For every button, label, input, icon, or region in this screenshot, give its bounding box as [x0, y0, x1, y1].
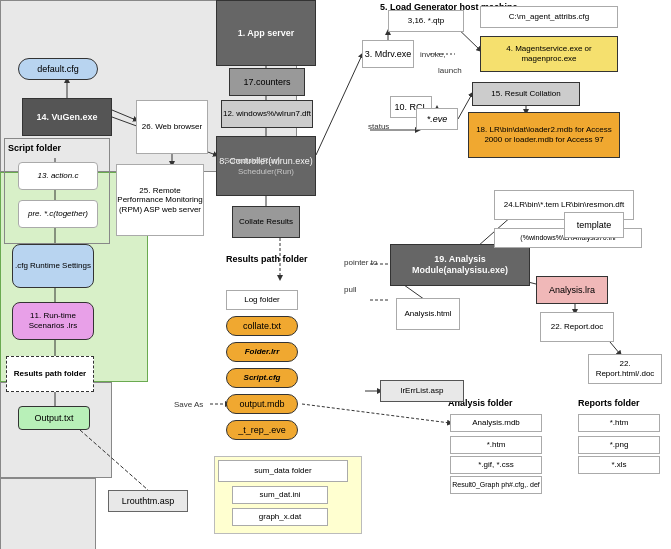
star-htm-a-label: *.htm [487, 440, 506, 450]
rep-htm-box: *.htm [578, 414, 660, 432]
star-htm-a-box: *.htm [450, 436, 542, 454]
log-folder-label: Log folder [244, 295, 280, 305]
script-cfg-label: Script.cfg [244, 373, 281, 383]
results-path-box: Results path folder [6, 356, 94, 392]
default-cfg-box: default.cfg [18, 58, 98, 80]
scheduler-label: Scheduler(Run) [224, 156, 280, 165]
controller-box: 8. Controller(wlrun.exe) Scheduler(Run) [216, 136, 316, 196]
sum-data-folder-label: sum_data folder [254, 466, 311, 476]
windows-wlrun-label: 12. windows%/wlrun7.dft [223, 109, 311, 119]
analysis-mdb-box: Analysis.mdb [450, 414, 542, 432]
collate-results-label: Collate Results [239, 217, 293, 227]
windows-wlrun-box: 12. windows%/wlrun7.dft [221, 100, 313, 128]
folder-lrr-box: Folder.lrr [226, 342, 298, 362]
results-path-label-text: Results path folder [14, 369, 86, 379]
result0-graph-box: Result0_Graph ph#.cfg,. def [450, 476, 542, 494]
svg-line-34 [302, 404, 450, 423]
magent-service-box: 4. Magentservice.exe or magenproc.exe [480, 36, 618, 72]
lrouthtm-label: Lrouthtm.asp [122, 496, 175, 507]
rep-htm-label: *.htm [610, 418, 629, 428]
lr-err-list-label: lrErrList.asp [401, 386, 444, 396]
output-txt-label: Output.txt [34, 413, 73, 424]
loader2-mdb-box: 18. LR\bin\dat\loader2.mdb for Access 20… [468, 112, 620, 158]
analysis-html-label: Analysis.html [404, 309, 451, 319]
star-eve-box: *.eve [416, 108, 458, 130]
output-mdb-label: output.mdb [239, 399, 284, 410]
web-browser-box: 26. Web browser [136, 100, 208, 154]
runtime-scenarios-label: 11. Run-time Scenarios .lrs [13, 311, 93, 330]
report-html-doc-label: 22. Report.html/.doc [589, 359, 661, 378]
script-folder-region [4, 138, 110, 244]
analysis-module-box: 19. Analysis Module(analysisu.exe) [390, 244, 530, 286]
default-cfg-label: default.cfg [37, 64, 79, 75]
diagram-container: 5. Load Generator host machine Analysis … [0, 0, 671, 549]
app-server-label: 1. App server [238, 28, 295, 39]
sum-dat-ini-box: sum_dat.ini [232, 486, 328, 504]
web-browser-label: 26. Web browser [142, 122, 202, 132]
folder-lrr-label: Folder.lrr [245, 347, 280, 357]
magent-service-label: 4. Magentservice.exe or magenproc.exe [481, 44, 617, 63]
analysis-lra-box: Analysis.lra [536, 276, 608, 304]
sum-dat-ini-label: sum_dat.ini [260, 490, 301, 500]
report-doc-label: 22. Report.doc [551, 322, 603, 332]
rep-xls-box: *.xls [578, 456, 660, 474]
mdrv-exe-box: 3. Mdrv.exe [362, 40, 414, 68]
remote-perf-box: 25. Remote Performance Monitoring (RPM) … [116, 164, 204, 236]
cfg-runtime-box: .cfg Runtime Settings [12, 244, 94, 288]
script-cfg-box: Script.cfg [226, 368, 298, 388]
reports-folder-region [0, 478, 96, 549]
rep-xls-label: *.xls [611, 460, 626, 470]
collate-txt-label: collate.txt [243, 321, 281, 332]
output-mdb-box: output.mdb [226, 394, 298, 414]
vugen-label: 14. VuGen.exe [36, 112, 97, 123]
result0-graph-label: Result0_Graph ph#.cfg,. def [452, 481, 540, 489]
collate-results-box: Collate Results [232, 206, 300, 238]
result-collation-box: 15. Result Collation [472, 82, 580, 106]
svg-line-29 [610, 342, 620, 354]
results-path-folder-label: Results path folder [226, 254, 308, 264]
collate-txt-box: collate.txt [226, 316, 298, 336]
sum-data-folder-box: sum_data folder [218, 460, 348, 482]
c-attribs-box: C:\m_agent_attribs.cfg [480, 6, 618, 28]
c-attribs-label: C:\m_agent_attribs.cfg [509, 12, 589, 22]
template-label: template [577, 220, 612, 231]
analysis-html-box: Analysis.html [396, 298, 460, 330]
three-sixteen-label: 3,16. *.qtp [408, 16, 444, 26]
save-as-label: Save As [174, 400, 203, 409]
loader2-mdb-label: 18. LR\bin\dat\loader2.mdb for Access 20… [469, 125, 619, 144]
cfg-runtime-label: .cfg Runtime Settings [15, 261, 91, 271]
pointer-to-label: pointer to [344, 258, 377, 267]
controller-sub: Scheduler(Run) [238, 167, 294, 177]
svg-line-15 [316, 55, 362, 155]
graph-x-dat-box: graph_x.dat [232, 508, 328, 526]
vugen-box: 14. VuGen.exe [22, 98, 112, 136]
gif-css-box: *.gif, *.css [450, 456, 542, 474]
output-txt-box: Output.txt [18, 406, 90, 430]
lr-err-list-box: lrErrList.asp [380, 380, 464, 402]
analysis-module-label: 19. Analysis Module(analysisu.exe) [391, 254, 529, 276]
gif-css-label: *.gif, *.css [478, 460, 514, 470]
counters-label: 17.counters [243, 77, 290, 88]
report-doc-box: 22. Report.doc [540, 312, 614, 342]
log-folder-box: Log folder [226, 290, 298, 310]
analysis-folder-region [0, 382, 112, 478]
status-label: status [368, 122, 389, 131]
app-server-box: 1. App server [216, 0, 316, 66]
lr-bin-tem-label: 24.LR\bin\*.tem LR\bin\resmon.dft [504, 200, 625, 210]
invoke-label: invoke, [420, 50, 445, 59]
template-box: template [564, 212, 624, 238]
three-sixteen-box: 3,16. *.qtp [388, 10, 464, 32]
counters-box: 17.counters [229, 68, 305, 96]
mdrv-exe-label: 3. Mdrv.exe [365, 49, 411, 60]
t-rep-eve-label: _t_rep_.eve [238, 425, 286, 436]
star-eve-label: *.eve [427, 114, 448, 125]
runtime-scenarios-box: 11. Run-time Scenarios .lrs [12, 302, 94, 340]
reports-folder-label: Reports folder [578, 398, 640, 408]
launch-label: launch [438, 66, 462, 75]
analysis-lra-label: Analysis.lra [549, 285, 595, 296]
report-html-doc-box: 22. Report.html/.doc [588, 354, 662, 384]
rep-png-label: *.png [610, 440, 629, 450]
result-collation-label: 15. Result Collation [491, 89, 560, 99]
graph-x-dat-label: graph_x.dat [259, 512, 301, 522]
lrouthtm-box: Lrouthtm.asp [108, 490, 188, 512]
